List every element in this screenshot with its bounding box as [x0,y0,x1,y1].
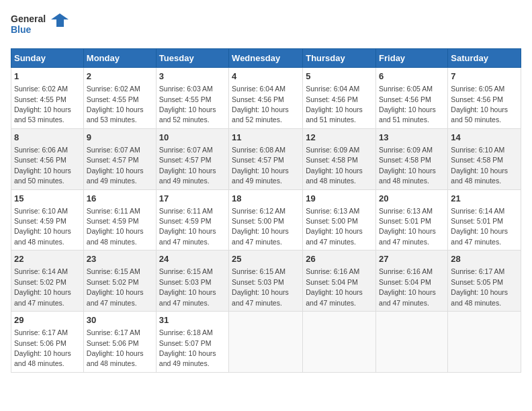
day-info: Sunrise: 6:10 AMSunset: 4:58 PMDaylight:… [451,146,508,185]
day-info: Sunrise: 6:14 AMSunset: 5:01 PMDaylight:… [451,207,508,246]
calendar-day-25: 25 Sunrise: 6:15 AMSunset: 5:03 PMDaylig… [229,250,303,312]
day-info: Sunrise: 6:09 AMSunset: 4:58 PMDaylight:… [379,146,436,185]
day-number: 26 [306,253,373,265]
empty-cell [448,312,521,373]
calendar-day-31: 31 Sunrise: 6:18 AMSunset: 5:07 PMDaylig… [156,312,228,373]
header-tuesday: Tuesday [156,49,228,68]
day-info: Sunrise: 6:05 AMSunset: 4:56 PMDaylight:… [379,85,436,124]
header-sunday: Sunday [11,49,84,68]
calendar-table: Sunday Monday Tuesday Wednesday Thursday… [11,48,521,373]
day-info: Sunrise: 6:10 AMSunset: 4:59 PMDaylight:… [14,207,71,246]
calendar-day-24: 24 Sunrise: 6:15 AMSunset: 5:03 PMDaylig… [156,250,228,312]
calendar-day-11: 11 Sunrise: 6:08 AMSunset: 4:57 PMDaylig… [229,128,303,189]
day-number: 11 [232,132,300,144]
calendar-day-22: 22 Sunrise: 6:14 AMSunset: 5:02 PMDaylig… [11,250,84,312]
calendar-day-18: 18 Sunrise: 6:12 AMSunset: 5:00 PMDaylig… [229,189,303,250]
day-number: 29 [14,314,81,326]
day-number: 12 [306,132,373,144]
calendar-day-12: 12 Sunrise: 6:09 AMSunset: 4:58 PMDaylig… [303,128,376,189]
svg-text:Blue: Blue [11,24,32,35]
day-info: Sunrise: 6:03 AMSunset: 4:55 PMDaylight:… [159,85,216,124]
day-number: 27 [379,253,445,265]
day-number: 14 [451,132,518,144]
calendar-day-3: 3 Sunrise: 6:03 AMSunset: 4:55 PMDayligh… [156,68,228,129]
day-info: Sunrise: 6:04 AMSunset: 4:56 PMDaylight:… [232,85,289,124]
day-info: Sunrise: 6:13 AMSunset: 5:01 PMDaylight:… [379,207,436,246]
day-info: Sunrise: 6:17 AMSunset: 5:06 PMDaylight:… [87,328,144,367]
header-wednesday: Wednesday [229,49,303,68]
day-info: Sunrise: 6:12 AMSunset: 5:00 PMDaylight:… [232,207,289,246]
day-number: 18 [232,193,300,205]
day-info: Sunrise: 6:15 AMSunset: 5:02 PMDaylight:… [87,267,144,306]
day-number: 6 [379,71,445,83]
day-number: 7 [451,71,518,83]
day-info: Sunrise: 6:14 AMSunset: 5:02 PMDaylight:… [14,267,71,306]
day-info: Sunrise: 6:17 AMSunset: 5:06 PMDaylight:… [14,328,71,367]
day-info: Sunrise: 6:02 AMSunset: 4:55 PMDaylight:… [87,85,144,124]
empty-cell [303,312,376,373]
svg-text:General: General [11,13,46,24]
calendar-day-23: 23 Sunrise: 6:15 AMSunset: 5:02 PMDaylig… [83,250,156,312]
day-number: 8 [14,132,81,144]
day-number: 1 [14,71,81,83]
calendar-day-26: 26 Sunrise: 6:16 AMSunset: 5:04 PMDaylig… [303,250,376,312]
header-thursday: Thursday [303,49,376,68]
day-info: Sunrise: 6:08 AMSunset: 4:57 PMDaylight:… [232,146,289,185]
calendar-day-28: 28 Sunrise: 6:17 AMSunset: 5:05 PMDaylig… [448,250,521,312]
day-number: 22 [14,253,81,265]
calendar-day-5: 5 Sunrise: 6:04 AMSunset: 4:56 PMDayligh… [303,68,376,129]
day-info: Sunrise: 6:15 AMSunset: 5:03 PMDaylight:… [159,267,216,306]
calendar-week-3: 15 Sunrise: 6:10 AMSunset: 4:59 PMDaylig… [11,189,521,250]
day-info: Sunrise: 6:05 AMSunset: 4:56 PMDaylight:… [451,85,508,124]
day-number: 16 [87,193,153,205]
calendar-day-29: 29 Sunrise: 6:17 AMSunset: 5:06 PMDaylig… [11,312,84,373]
day-info: Sunrise: 6:18 AMSunset: 5:07 PMDaylight:… [159,328,216,367]
svg-marker-2 [51,13,69,27]
calendar-week-2: 8 Sunrise: 6:06 AMSunset: 4:56 PMDayligh… [11,128,521,189]
header-monday: Monday [83,49,156,68]
day-number: 15 [14,193,81,205]
calendar-day-10: 10 Sunrise: 6:07 AMSunset: 4:57 PMDaylig… [156,128,228,189]
calendar-header-row: Sunday Monday Tuesday Wednesday Thursday… [11,49,521,68]
calendar-week-1: 1 Sunrise: 6:02 AMSunset: 4:55 PMDayligh… [11,68,521,129]
calendar-week-5: 29 Sunrise: 6:17 AMSunset: 5:06 PMDaylig… [11,312,521,373]
day-number: 21 [451,193,518,205]
calendar-day-2: 2 Sunrise: 6:02 AMSunset: 4:55 PMDayligh… [83,68,156,129]
day-number: 31 [159,314,226,326]
calendar-day-8: 8 Sunrise: 6:06 AMSunset: 4:56 PMDayligh… [11,128,84,189]
day-info: Sunrise: 6:17 AMSunset: 5:05 PMDaylight:… [451,267,508,306]
day-info: Sunrise: 6:09 AMSunset: 4:58 PMDaylight:… [306,146,363,185]
calendar-day-14: 14 Sunrise: 6:10 AMSunset: 4:58 PMDaylig… [448,128,521,189]
day-info: Sunrise: 6:11 AMSunset: 4:59 PMDaylight:… [159,207,216,246]
day-number: 13 [379,132,445,144]
day-info: Sunrise: 6:07 AMSunset: 4:57 PMDaylight:… [159,146,216,185]
calendar-day-19: 19 Sunrise: 6:13 AMSunset: 5:00 PMDaylig… [303,189,376,250]
calendar-day-6: 6 Sunrise: 6:05 AMSunset: 4:56 PMDayligh… [376,68,448,129]
day-info: Sunrise: 6:11 AMSunset: 4:59 PMDaylight:… [87,207,144,246]
calendar-day-1: 1 Sunrise: 6:02 AMSunset: 4:55 PMDayligh… [11,68,84,129]
calendar-day-16: 16 Sunrise: 6:11 AMSunset: 4:59 PMDaylig… [83,189,156,250]
day-number: 24 [159,253,226,265]
day-info: Sunrise: 6:02 AMSunset: 4:55 PMDaylight:… [14,85,71,124]
day-number: 25 [232,253,300,265]
day-info: Sunrise: 6:07 AMSunset: 4:57 PMDaylight:… [87,146,144,185]
calendar-day-9: 9 Sunrise: 6:07 AMSunset: 4:57 PMDayligh… [83,128,156,189]
calendar-day-21: 21 Sunrise: 6:14 AMSunset: 5:01 PMDaylig… [448,189,521,250]
calendar-day-4: 4 Sunrise: 6:04 AMSunset: 4:56 PMDayligh… [229,68,303,129]
day-info: Sunrise: 6:06 AMSunset: 4:56 PMDaylight:… [14,146,71,185]
empty-cell [229,312,303,373]
day-number: 19 [306,193,373,205]
calendar-week-4: 22 Sunrise: 6:14 AMSunset: 5:02 PMDaylig… [11,250,521,312]
day-number: 9 [87,132,153,144]
day-number: 10 [159,132,226,144]
day-number: 3 [159,71,226,83]
day-info: Sunrise: 6:16 AMSunset: 5:04 PMDaylight:… [306,267,363,306]
calendar-day-13: 13 Sunrise: 6:09 AMSunset: 4:58 PMDaylig… [376,128,448,189]
day-info: Sunrise: 6:04 AMSunset: 4:56 PMDaylight:… [306,85,363,124]
calendar-day-15: 15 Sunrise: 6:10 AMSunset: 4:59 PMDaylig… [11,189,84,250]
calendar-body: 1 Sunrise: 6:02 AMSunset: 4:55 PMDayligh… [11,68,521,373]
calendar-day-30: 30 Sunrise: 6:17 AMSunset: 5:06 PMDaylig… [83,312,156,373]
day-number: 23 [87,253,153,265]
calendar-day-20: 20 Sunrise: 6:13 AMSunset: 5:01 PMDaylig… [376,189,448,250]
day-number: 20 [379,193,445,205]
